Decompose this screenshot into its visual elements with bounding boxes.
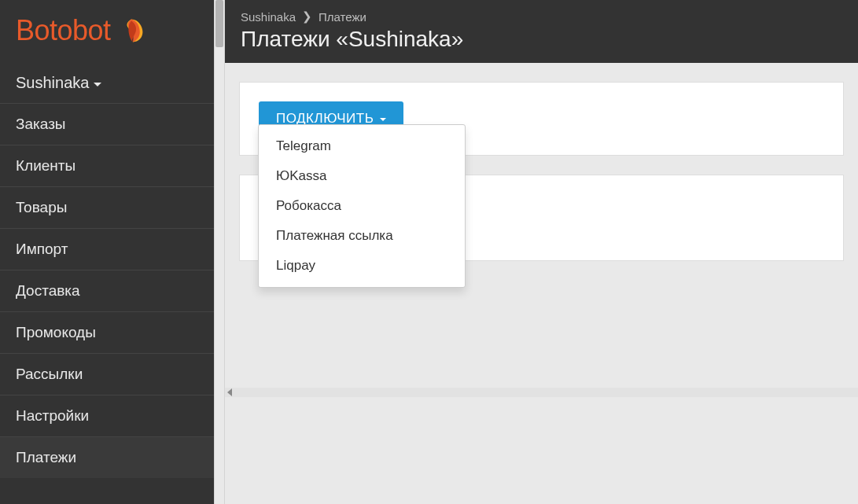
- brand-logo[interactable]: Botobot: [0, 0, 214, 63]
- sidebar-item-settings[interactable]: Настройки: [0, 395, 214, 436]
- sidebar-nav: Заказы Клиенты Товары Импорт Доставка Пр…: [0, 103, 214, 478]
- brand-name: Botobot: [16, 14, 111, 47]
- brand-icon: [117, 17, 145, 45]
- sidebar-item-payments[interactable]: Платежи: [0, 436, 214, 478]
- sidebar-item-clients[interactable]: Клиенты: [0, 145, 214, 186]
- sidebar-item-products[interactable]: Товары: [0, 186, 214, 228]
- content-area: ПОДКЛЮЧИТЬ Telegram ЮKassa Робокасса Пла…: [225, 63, 858, 299]
- breadcrumb-root[interactable]: Sushinaka: [241, 10, 296, 24]
- scrollbar-thumb[interactable]: [215, 0, 223, 47]
- main-area: Sushinaka ❯ Платежи Платежи «Sushinaka» …: [225, 0, 858, 504]
- chevron-right-icon: ❯: [302, 9, 312, 24]
- caret-down-icon: [94, 83, 101, 86]
- account-name: Sushinaka: [16, 74, 89, 92]
- page-title: Платежи «Sushinaka»: [241, 27, 842, 52]
- connect-dropdown: Telegram ЮKassa Робокасса Платежная ссыл…: [258, 124, 466, 288]
- dropdown-item-telegram[interactable]: Telegram: [259, 131, 465, 161]
- dropdown-item-yookassa[interactable]: ЮKassa: [259, 161, 465, 191]
- sidebar-item-import[interactable]: Импорт: [0, 228, 214, 270]
- account-switcher[interactable]: Sushinaka: [0, 63, 214, 103]
- dropdown-item-payment-link[interactable]: Платежная ссылка: [259, 221, 465, 251]
- page-header: Sushinaka ❯ Платежи Платежи «Sushinaka»: [225, 0, 858, 63]
- breadcrumb: Sushinaka ❯ Платежи: [241, 9, 842, 24]
- dropdown-item-robokassa[interactable]: Робокасса: [259, 191, 465, 221]
- sidebar-scrollbar[interactable]: [214, 0, 225, 504]
- scroll-left-icon: [227, 388, 232, 396]
- sidebar-item-mailings[interactable]: Рассылки: [0, 353, 214, 395]
- content-hscrollbar[interactable]: [225, 388, 858, 397]
- caret-down-icon: [380, 118, 386, 121]
- sidebar-item-delivery[interactable]: Доставка: [0, 270, 214, 311]
- sidebar-item-promocodes[interactable]: Промокоды: [0, 311, 214, 353]
- dropdown-item-liqpay[interactable]: Liqpay: [259, 251, 465, 281]
- sidebar-item-orders[interactable]: Заказы: [0, 103, 214, 145]
- sidebar: Botobot Sushinaka Заказы Клиенты Товары …: [0, 0, 214, 504]
- breadcrumb-current: Платежи: [319, 10, 366, 24]
